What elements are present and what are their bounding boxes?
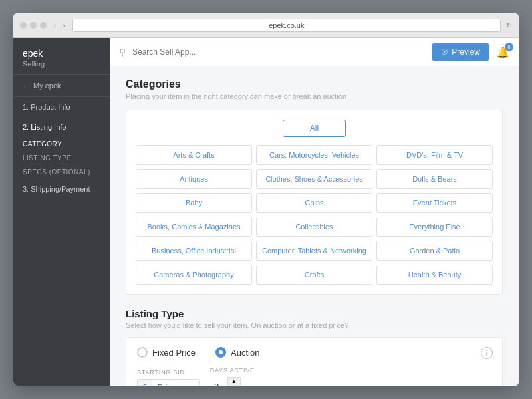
bid-fields: STARTING BID £ DAYS ACTIVE 2: [137, 367, 491, 386]
listing-type-options: Fixed Price Auction: [137, 347, 491, 358]
notification-bell[interactable]: 🔔 6: [496, 46, 509, 59]
fixed-price-label: Fixed Price: [152, 348, 196, 358]
sidebar-logo: epek Selling: [13, 38, 110, 75]
sidebar-my-epek-label: My epek: [33, 82, 61, 90]
search-input[interactable]: [132, 47, 425, 57]
category-button[interactable]: Cameras & Photography: [136, 265, 252, 285]
category-button[interactable]: Crafts: [256, 265, 372, 285]
sidebar-step-1[interactable]: 1. Product Info: [13, 97, 110, 117]
listing-type-title: Listing Type: [126, 308, 503, 319]
listing-type-section: Listing Type Select how you'd like to se…: [126, 308, 503, 386]
nav-forward-icon[interactable]: ›: [61, 21, 66, 31]
days-active-wrap: 2 ▲ ▼: [210, 377, 255, 386]
browser-chrome: ‹ › epek.co.uk ↻: [13, 13, 519, 38]
sidebar-step-3[interactable]: 3. Shipping/Payment: [13, 179, 110, 199]
category-button[interactable]: Coins: [256, 193, 372, 213]
stepper-buttons: ▲ ▼: [227, 377, 241, 386]
listing-type-subtitle: Select how you'd like to sell your item.…: [126, 321, 503, 329]
search-icon: ⚲: [119, 47, 126, 57]
category-button[interactable]: Books, Comics & Magazines: [136, 217, 252, 237]
topbar: ⚲ ☉ Preview 🔔 6: [110, 38, 519, 66]
categories-box: All Arts & CraftsCars, Motorcycles, Vehi…: [126, 110, 503, 295]
all-btn-row: All: [136, 120, 493, 137]
logo-selling-label: Selling: [23, 60, 45, 68]
reload-icon[interactable]: ↻: [506, 21, 512, 30]
browser-max-btn[interactable]: [40, 22, 47, 29]
bell-badge: 6: [505, 43, 513, 51]
category-button[interactable]: Collectibles: [256, 217, 372, 237]
category-button[interactable]: Everything Else: [376, 217, 493, 237]
category-button[interactable]: Dolls & Bears: [376, 169, 493, 189]
currency-symbol: £: [138, 380, 152, 386]
url-bar[interactable]: epek.co.uk: [72, 19, 501, 32]
fixed-price-radio[interactable]: [137, 347, 148, 358]
listing-type-box: i Fixed Price Auction: [126, 337, 503, 386]
info-icon[interactable]: i: [481, 347, 493, 359]
categories-subtitle: Placing your item in the right category …: [126, 92, 503, 100]
sidebar: epek Selling ← My epek 1. Product Info 2…: [13, 38, 110, 386]
step-3-label: Shipping/Payment: [31, 185, 90, 193]
step-1-number: 1.: [23, 103, 31, 111]
browser-nav: ‹ ›: [52, 21, 67, 31]
days-active-group: DAYS ACTIVE 2 ▲ ▼: [210, 367, 255, 386]
step-3-number: 3.: [23, 185, 31, 193]
category-button[interactable]: Baby: [136, 193, 252, 213]
sidebar-subnav-category[interactable]: CATEGORY: [23, 137, 110, 151]
step-2-number: 2.: [23, 123, 31, 131]
step-1-label: Product Info: [31, 103, 70, 111]
sidebar-my-epek[interactable]: ← My epek: [13, 75, 110, 97]
sidebar-step-2[interactable]: 2. Listing Info: [13, 117, 110, 137]
price-input[interactable]: [152, 380, 199, 386]
app-wrapper: epek Selling ← My epek 1. Product Info 2…: [13, 38, 519, 386]
nav-back-icon[interactable]: ‹: [52, 21, 58, 31]
preview-label: Preview: [452, 47, 480, 57]
auction-label: Auction: [231, 348, 259, 358]
auction-option[interactable]: Auction: [215, 347, 259, 358]
category-button[interactable]: Business, Office Industrial: [136, 241, 252, 261]
sidebar-nav: 1. Product Info 2. Listing Info CATEGORY…: [13, 97, 110, 199]
starting-bid-group: STARTING BID £: [137, 369, 200, 386]
eye-icon: ☉: [441, 47, 448, 57]
sidebar-subnav-listing-type[interactable]: LISTING TYPE: [23, 151, 110, 165]
main-content: ⚲ ☉ Preview 🔔 6 Categories Placing your …: [110, 38, 519, 386]
browser-min-btn[interactable]: [30, 22, 37, 29]
browser-window: ‹ › epek.co.uk ↻ epek Selling ← My epek …: [13, 13, 519, 386]
content-area: Categories Placing your item in the righ…: [110, 66, 519, 386]
stepper-up-button[interactable]: ▲: [227, 377, 241, 386]
category-button[interactable]: Health & Beauty: [376, 265, 493, 285]
sidebar-subnav: CATEGORY LISTING TYPE SPECS (OPTIONAL): [13, 137, 110, 179]
category-button[interactable]: Clothes, Shoes & Accessories: [256, 169, 372, 189]
category-button[interactable]: Arts & Crafts: [136, 145, 252, 165]
all-categories-button[interactable]: All: [283, 120, 346, 137]
preview-button[interactable]: ☉ Preview: [432, 43, 489, 61]
category-button[interactable]: Garden & Patio: [376, 241, 493, 261]
days-active-label: DAYS ACTIVE: [210, 367, 255, 374]
category-button[interactable]: Computer, Tablets & Networking: [256, 241, 372, 261]
starting-bid-label: STARTING BID: [137, 369, 200, 376]
auction-radio[interactable]: [215, 347, 226, 358]
days-value: 2: [210, 382, 223, 386]
categories-grid: Arts & CraftsCars, Motorcycles, Vehicles…: [136, 145, 493, 285]
category-button[interactable]: Cars, Motorcycles, Vehicles: [256, 145, 372, 165]
browser-buttons: [20, 22, 47, 29]
category-button[interactable]: Antiques: [136, 169, 252, 189]
category-button[interactable]: Event Tickets: [376, 193, 493, 213]
step-2-label: Listing Info: [31, 123, 66, 131]
category-button[interactable]: DVD's, Film & TV: [376, 145, 493, 165]
categories-title: Categories: [126, 78, 503, 90]
logo-text: epek: [23, 48, 43, 59]
bid-input-wrap: £: [137, 379, 200, 386]
browser-close-btn[interactable]: [20, 22, 27, 29]
sidebar-subnav-specs[interactable]: SPECS (OPTIONAL): [23, 165, 110, 179]
fixed-price-option[interactable]: Fixed Price: [137, 347, 196, 358]
arrow-left-icon: ←: [23, 82, 30, 90]
